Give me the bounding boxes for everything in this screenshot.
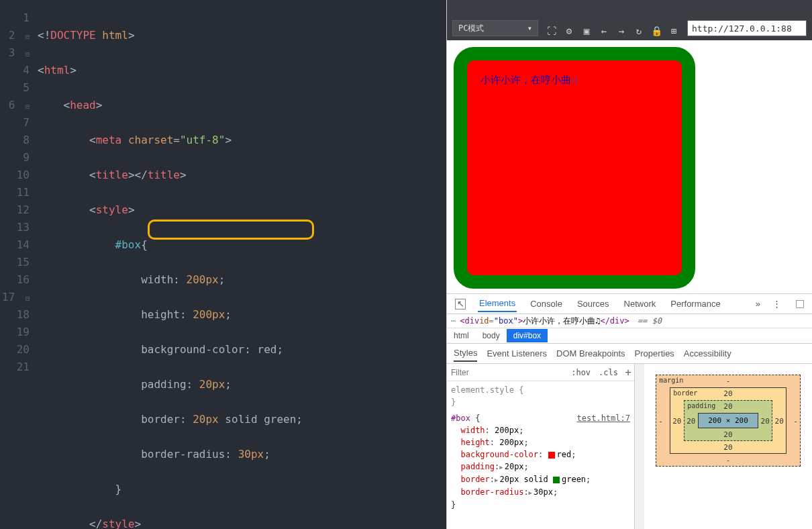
tag-head: head <box>70 99 96 111</box>
filter-input[interactable] <box>447 365 567 380</box>
refresh-icon[interactable]: ↻ <box>633 26 644 36</box>
crumb-body[interactable]: body <box>476 329 507 342</box>
music-icon: ♫ <box>571 74 578 85</box>
tab-network[interactable]: Network <box>623 296 658 311</box>
subtab-dom-breakpoints[interactable]: DOM Breakpoints <box>556 348 625 358</box>
mode-label: PC模式 <box>458 23 484 34</box>
preview-area: 小许小许，在哼小曲♫ <box>447 40 812 294</box>
code-editor[interactable]: 1 2 ⊟ 3 ⊟ 4 5 6 ⊟ 7 8 9 10 11 12 13 14 1… <box>0 0 446 529</box>
back-icon[interactable]: ← <box>599 26 609 36</box>
url-input[interactable]: http://127.0.0.1:88 <box>687 20 807 36</box>
crumb-divbox[interactable]: div#box <box>507 329 548 342</box>
mode-select[interactable]: PC模式 ▾ <box>452 20 538 36</box>
source-link[interactable]: test.html:7 <box>577 412 630 424</box>
forward-icon[interactable]: → <box>616 26 627 36</box>
tag-html: html <box>44 64 70 77</box>
border-label: border <box>673 389 697 397</box>
gear-icon[interactable]: ⚙ <box>564 26 574 36</box>
tab-elements[interactable]: Elements <box>478 295 517 312</box>
devtools-subtabs: Styles Event Listeners DOM Breakpoints P… <box>447 344 812 364</box>
browser-toolbar: PC模式 ▾ ⛶ ⚙ ▣ ← → ↻ 🔒 ⊞ http://127.0.0.1:… <box>447 0 812 40</box>
breadcrumb: html body div#box <box>447 328 812 344</box>
subtab-styles[interactable]: Styles <box>454 345 477 362</box>
chevron-down-icon: ▾ <box>527 23 532 33</box>
devtools-tabs: ↖ Elements Console Sources Network Perfo… <box>447 294 812 314</box>
elements-tree-row[interactable]: ⋯ <div id="box">小许小许，在哼小曲♫</div> == $0 <box>447 314 812 328</box>
inspect-icon[interactable]: ↖ <box>455 299 466 309</box>
box-model: margin - - - - border 20 20 20 20 paddin… <box>644 364 812 529</box>
subtab-event-listeners[interactable]: Event Listeners <box>487 348 547 358</box>
code-area[interactable]: <!DOCTYPE html> <html> <head> <meta char… <box>34 0 446 529</box>
line-gutter: 1 2 ⊟ 3 ⊟ 4 5 6 ⊟ 7 8 9 10 11 12 13 14 1… <box>0 0 34 529</box>
preview-box: 小许小许，在哼小曲♫ <box>454 47 695 289</box>
grid-icon[interactable]: ⊞ <box>668 26 679 36</box>
screenshot-icon[interactable]: ▣ <box>581 26 592 36</box>
subtab-accessibility[interactable]: Accessibility <box>684 348 731 358</box>
padding-label: padding <box>687 402 715 410</box>
styles-rules[interactable]: element.style { } #box {test.html:7 widt… <box>447 381 634 514</box>
hov-toggle[interactable]: :hov <box>567 368 595 377</box>
subtab-properties[interactable]: Properties <box>635 348 674 358</box>
styles-panel: :hov .cls + element.style { } #box {test… <box>447 364 635 529</box>
devtools: ↖ Elements Console Sources Network Perfo… <box>447 294 812 529</box>
tag-meta: meta <box>96 134 122 146</box>
expand-icon[interactable]: ⛶ <box>546 26 557 36</box>
css-selector: #box <box>115 238 142 251</box>
lock-icon[interactable]: 🔒 <box>651 26 662 36</box>
content-size: 200 × 200 <box>698 413 758 428</box>
undock-icon[interactable] <box>796 300 804 308</box>
tab-performance[interactable]: Performance <box>669 296 721 311</box>
cls-toggle[interactable]: .cls <box>595 368 622 377</box>
color-swatch-red[interactable] <box>548 452 555 459</box>
margin-label: margin <box>659 377 683 384</box>
selected-marker: == $0 <box>638 316 662 326</box>
more-tabs-icon[interactable]: » <box>756 299 760 309</box>
crumb-html[interactable]: html <box>447 329 476 342</box>
add-rule-button[interactable]: + <box>622 366 634 379</box>
color-swatch-green[interactable] <box>553 477 560 483</box>
browser-pane: PC模式 ▾ ⛶ ⚙ ▣ ← → ↻ 🔒 ⊞ http://127.0.0.1:… <box>446 0 812 529</box>
tab-console[interactable]: Console <box>529 296 564 311</box>
menu-icon[interactable]: ⋮ <box>772 299 781 309</box>
tab-sources[interactable]: Sources <box>576 296 611 311</box>
scrollbar[interactable] <box>635 364 644 529</box>
preview-text: 小许小许，在哼小曲 <box>480 74 571 85</box>
